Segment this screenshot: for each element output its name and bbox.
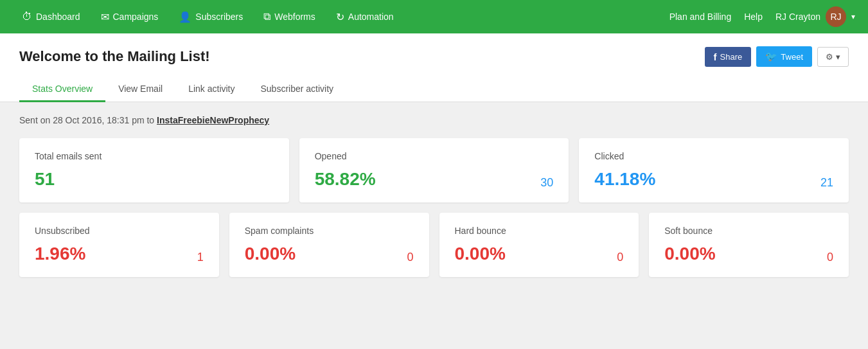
sent-info: Sent on 28 Oct 2016, 18:31 pm to InstaFr… <box>19 115 849 125</box>
automation-icon: ↻ <box>336 11 344 23</box>
stat-label-hard-bounce: Hard bounce <box>455 226 624 236</box>
stat-value-opened: 58.82% <box>315 169 376 190</box>
sent-info-list-link[interactable]: InstaFreebieNewProphecy <box>157 115 269 125</box>
stat-value-row-hard-bounce: 0.00% 0 <box>455 244 624 264</box>
nav-webforms-label: Webforms <box>274 12 315 22</box>
gear-button[interactable]: ⚙ ▾ <box>817 47 849 67</box>
tab-subscriber-activity[interactable]: Subscriber activity <box>248 77 347 102</box>
share-button[interactable]: f Share <box>705 47 752 67</box>
stat-value-spam: 0.00% <box>245 244 296 264</box>
tab-view-email[interactable]: View Email <box>105 77 175 102</box>
tab-stats-overview[interactable]: Stats Overview <box>19 77 105 102</box>
page-title: Welcome to the Mailing List! <box>19 48 210 65</box>
tweet-button[interactable]: 🐦 Tweet <box>756 46 812 67</box>
stat-card-soft-bounce: Soft bounce 0.00% 0 <box>649 213 849 277</box>
stat-count-opened: 30 <box>540 176 553 190</box>
nav-automation-label: Automation <box>348 12 394 22</box>
stat-label-opened: Opened <box>315 151 554 161</box>
sent-info-prefix: Sent on 28 Oct 2016, 18:31 pm to <box>19 115 154 125</box>
avatar: RJ <box>826 6 846 27</box>
stat-card-unsubscribed: Unsubscribed 1.96% 1 <box>19 213 219 277</box>
nav-dashboard-label: Dashboard <box>36 12 80 22</box>
stat-card-hard-bounce: Hard bounce 0.00% 0 <box>439 213 639 277</box>
stat-value-hard-bounce: 0.00% <box>455 244 506 264</box>
content-area: Welcome to the Mailing List! f Share 🐦 T… <box>0 33 868 102</box>
stat-value-row-spam: 0.00% 0 <box>245 244 414 264</box>
stat-card-spam-complaints: Spam complaints 0.00% 0 <box>229 213 429 277</box>
tab-link-activity[interactable]: Link activity <box>175 77 247 102</box>
tabs: Stats Overview View Email Link activity … <box>19 77 849 102</box>
stat-value-row-soft-bounce: 0.00% 0 <box>664 244 833 264</box>
stat-label-total-emails: Total emails sent <box>35 151 274 161</box>
stat-label-spam: Spam complaints <box>245 226 414 236</box>
nav-user-name: RJ Crayton <box>775 12 820 22</box>
campaigns-icon: ✉ <box>101 11 109 23</box>
share-label: Share <box>720 52 743 62</box>
stat-count-spam: 0 <box>407 251 413 264</box>
nav-campaigns[interactable]: ✉ Campaigns <box>92 0 168 33</box>
nav-left: ⏱ Dashboard ✉ Campaigns 👤 Subscribers ⧉ … <box>13 0 669 33</box>
stat-value-unsubscribed: 1.96% <box>35 244 85 264</box>
nav-subscribers[interactable]: 👤 Subscribers <box>170 0 252 33</box>
header-actions: f Share 🐦 Tweet ⚙ ▾ <box>705 46 849 67</box>
twitter-icon: 🐦 <box>765 51 777 62</box>
stat-label-soft-bounce: Soft bounce <box>664 226 833 236</box>
stat-value-row-opened: 58.82% 30 <box>315 169 554 190</box>
stat-count-clicked: 21 <box>820 176 833 190</box>
stats-row-2: Unsubscribed 1.96% 1 Spam complaints 0.0… <box>19 213 849 277</box>
main-content: Sent on 28 Oct 2016, 18:31 pm to InstaFr… <box>0 102 868 307</box>
nav-automation[interactable]: ↻ Automation <box>327 0 403 33</box>
gear-chevron-icon: ▾ <box>836 52 840 62</box>
subscribers-icon: 👤 <box>179 11 191 23</box>
stat-value-total-emails: 51 <box>35 169 55 190</box>
user-chevron-down-icon: ▾ <box>851 12 855 21</box>
stat-label-unsubscribed: Unsubscribed <box>35 226 204 236</box>
webforms-icon: ⧉ <box>263 11 270 22</box>
stat-count-soft-bounce: 0 <box>827 251 833 264</box>
facebook-icon: f <box>714 51 717 62</box>
tweet-label: Tweet <box>781 52 803 62</box>
stat-value-row-clicked: 41.18% 21 <box>594 169 833 190</box>
content-header: Welcome to the Mailing List! f Share 🐦 T… <box>19 46 849 67</box>
nav-help[interactable]: Help <box>744 12 763 22</box>
stat-value-row-total-emails: 51 <box>35 169 274 190</box>
nav-plan-billing[interactable]: Plan and Billing <box>669 12 732 22</box>
nav-webforms[interactable]: ⧉ Webforms <box>254 0 324 33</box>
dashboard-icon: ⏱ <box>22 11 32 22</box>
stat-card-total-emails-sent: Total emails sent 51 <box>19 138 289 202</box>
stat-count-hard-bounce: 0 <box>617 251 623 264</box>
nav-campaigns-label: Campaigns <box>113 12 159 22</box>
nav-right: Plan and Billing Help RJ Crayton RJ ▾ <box>669 6 855 27</box>
stat-card-opened: Opened 58.82% 30 <box>299 138 569 202</box>
navbar: ⏱ Dashboard ✉ Campaigns 👤 Subscribers ⧉ … <box>0 0 868 33</box>
nav-subscribers-label: Subscribers <box>195 12 243 22</box>
stat-count-unsubscribed: 1 <box>197 251 204 264</box>
stat-card-clicked: Clicked 41.18% 21 <box>579 138 849 202</box>
nav-dashboard[interactable]: ⏱ Dashboard <box>13 0 89 33</box>
stats-row-1: Total emails sent 51 Opened 58.82% 30 Cl… <box>19 138 849 202</box>
stat-value-clicked: 41.18% <box>594 169 655 190</box>
stat-value-row-unsubscribed: 1.96% 1 <box>35 244 204 264</box>
nav-user[interactable]: RJ Crayton RJ ▾ <box>775 6 855 27</box>
stat-label-clicked: Clicked <box>594 151 833 161</box>
stat-value-soft-bounce: 0.00% <box>664 244 715 264</box>
gear-icon: ⚙ <box>826 52 833 62</box>
